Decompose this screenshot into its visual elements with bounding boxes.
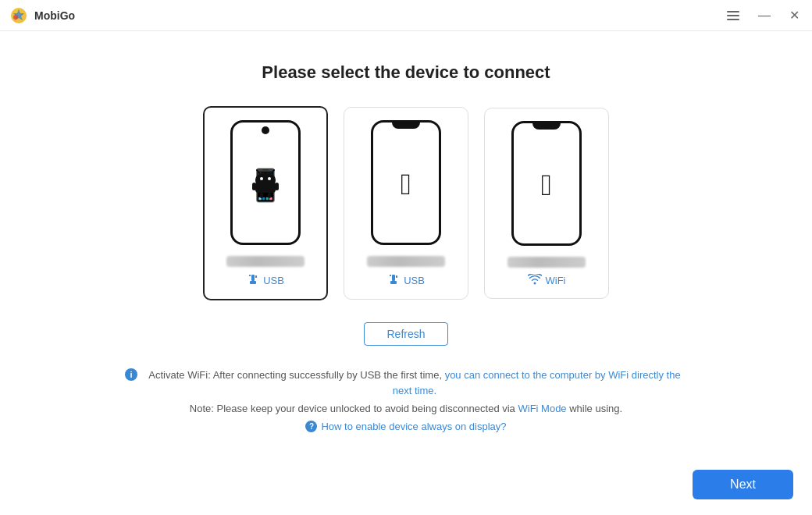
device-label-android: USB — [217, 256, 314, 288]
info-section: i Activate WiFi: After connecting succes… — [125, 368, 687, 432]
device-card-ios-usb[interactable]:  USB — [344, 107, 468, 300]
titlebar-left: MobiGo — [9, 6, 75, 25]
svg-rect-12 — [250, 281, 256, 284]
device-label-ios-usb: USB — [357, 256, 455, 288]
svg-rect-7 — [275, 183, 279, 190]
hamburger-icon — [727, 11, 739, 20]
app-logo-icon — [9, 6, 28, 25]
phone-shell-android: 📱 — [230, 120, 301, 245]
titlebar: MobiGo — ✕ — [0, 0, 812, 31]
phone-shell-ios-wifi:  — [511, 121, 582, 246]
device-connection-ios-wifi: WiFi — [528, 274, 566, 287]
usb-label-android: USB — [263, 275, 284, 286]
svg-rect-14 — [249, 275, 251, 276]
svg-line-11 — [271, 170, 274, 174]
main-content: Please select the device to connect 📱 — [0, 31, 812, 448]
wifi-icon — [528, 274, 542, 287]
close-button[interactable]: ✕ — [786, 6, 803, 25]
svg-point-4 — [268, 177, 271, 180]
next-button[interactable]: Next — [693, 470, 793, 499]
svg-rect-16 — [390, 281, 397, 284]
phone-illustration-ios-usb:  — [371, 120, 441, 245]
app-title: MobiGo — [34, 9, 75, 22]
help-link-text: How to enable device always on display? — [321, 421, 506, 432]
svg-rect-13 — [251, 275, 255, 281]
svg-rect-15 — [255, 275, 257, 278]
minimize-button[interactable]: — — [755, 6, 774, 25]
device-name-blur-ios-usb — [367, 256, 445, 267]
wifi-mode-highlight: WiFi Mode — [518, 403, 566, 414]
device-label-ios-wifi: WiFi — [497, 257, 596, 287]
svg-point-1 — [13, 15, 18, 20]
svg-rect-19 — [396, 275, 397, 278]
svg-rect-6 — [252, 183, 256, 190]
wifi-label: WiFi — [546, 275, 566, 286]
phone-notch-android — [262, 126, 269, 134]
wifi-svg-icon — [528, 274, 542, 285]
activate-wifi-text: Activate WiFi: After connecting successf… — [142, 368, 687, 398]
svg-rect-5 — [255, 182, 276, 193]
svg-rect-8 — [260, 193, 263, 198]
apple-icon-wifi:  — [541, 169, 552, 202]
device-name-blur-android — [226, 256, 304, 267]
apple-icon-usb:  — [401, 168, 411, 201]
device-card-android-usb[interactable]: 📱 — [203, 106, 328, 300]
refresh-button[interactable]: Refresh — [364, 322, 447, 346]
device-name-blur-ios-wifi — [508, 257, 586, 268]
page-title: Please select the device to connect — [262, 62, 550, 83]
titlebar-controls: — ✕ — [724, 6, 803, 25]
device-cards-container: 📱 — [203, 106, 609, 300]
usb-icon-android — [247, 273, 259, 288]
note-text: Note: Please keep your device unlocked t… — [125, 403, 687, 414]
svg-line-10 — [257, 170, 260, 174]
usb-svg-icon-2 — [387, 273, 400, 286]
help-link[interactable]: ? How to enable device always on display… — [125, 421, 687, 432]
android-icon: 📱 — [246, 167, 285, 204]
usb-svg-icon — [247, 273, 259, 286]
activate-wifi-info: i Activate WiFi: After connecting succes… — [125, 368, 687, 398]
info-circle-icon: i — [125, 368, 137, 381]
phone-notch-ios-usb — [392, 123, 420, 129]
device-connection-android-usb: USB — [247, 273, 284, 288]
svg-point-3 — [260, 177, 263, 180]
device-card-ios-wifi[interactable]:  WiFi — [484, 108, 609, 299]
usb-icon-ios — [387, 273, 400, 288]
usb-label-ios: USB — [404, 275, 425, 286]
svg-rect-18 — [390, 275, 391, 276]
svg-rect-17 — [392, 275, 395, 281]
phone-illustration-ios-wifi:  — [511, 121, 582, 246]
phone-notch-ios-wifi — [532, 123, 561, 130]
svg-rect-9 — [268, 193, 271, 198]
help-circle-icon: ? — [305, 421, 317, 432]
phone-shell-ios-usb:  — [371, 120, 441, 245]
menu-button[interactable] — [724, 8, 743, 23]
device-connection-ios-usb: USB — [387, 273, 425, 288]
phone-illustration-android: 📱 — [230, 120, 301, 245]
android-logo-icon — [248, 166, 283, 201]
